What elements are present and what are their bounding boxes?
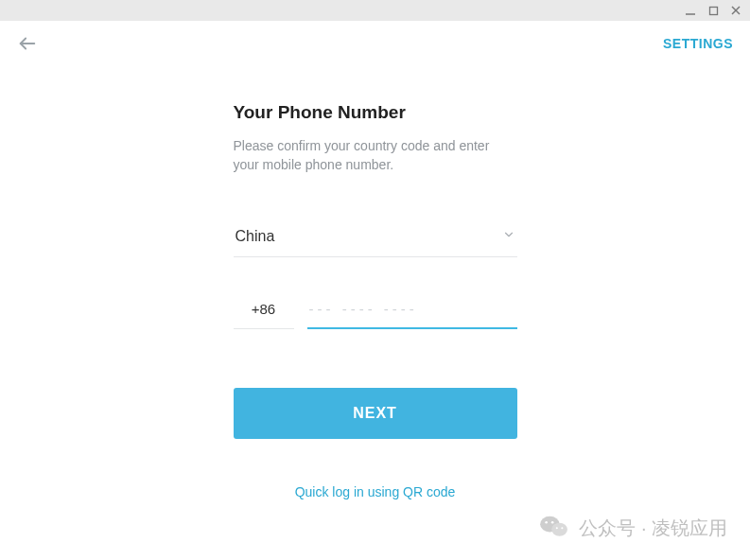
wechat-icon — [539, 514, 569, 543]
svg-point-8 — [551, 521, 554, 524]
chevron-down-icon — [502, 228, 515, 245]
country-selected-label: China — [235, 228, 275, 245]
settings-link[interactable]: SETTINGS — [663, 36, 733, 51]
watermark-text: 公众号 · 凌锐应用 — [579, 516, 727, 541]
login-form: Your Phone Number Please confirm your co… — [234, 102, 517, 499]
svg-point-9 — [556, 527, 558, 529]
country-select[interactable]: China — [234, 222, 517, 257]
window-close-button[interactable] — [729, 4, 742, 17]
svg-point-7 — [546, 521, 549, 524]
page-title: Your Phone Number — [234, 102, 517, 123]
country-code-input[interactable] — [234, 293, 294, 329]
window-minimize-button[interactable] — [684, 4, 697, 17]
app-header: SETTINGS — [0, 21, 750, 66]
back-button[interactable] — [17, 33, 38, 54]
qr-login-link[interactable]: Quick log in using QR code — [234, 484, 517, 499]
window-maximize-button[interactable] — [706, 4, 720, 17]
watermark: 公众号 · 凌锐应用 — [539, 514, 727, 543]
phone-number-input[interactable] — [307, 293, 517, 329]
next-button[interactable]: NEXT — [234, 388, 517, 439]
window-titlebar — [0, 0, 750, 21]
page-subtitle: Please confirm your country code and ent… — [234, 136, 517, 175]
svg-point-6 — [552, 523, 568, 536]
svg-rect-1 — [709, 7, 717, 14]
svg-point-10 — [562, 527, 564, 529]
